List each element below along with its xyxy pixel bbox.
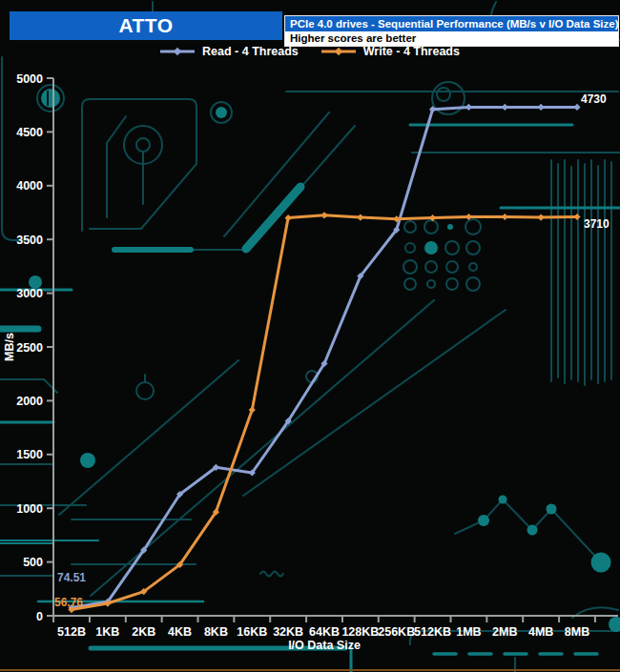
data-point-marker	[357, 214, 363, 220]
legend-marker-icon	[321, 47, 356, 56]
x-tick-label: 4MB	[528, 625, 553, 639]
chart-subtitle: Higher scores are better	[285, 31, 618, 46]
legend: Read - 4 ThreadsWrite - 4 Threads	[0, 45, 620, 58]
x-tick-label: 2KB	[132, 625, 155, 639]
x-tick-label: 16KB	[237, 625, 267, 639]
legend-label: Read - 4 Threads	[202, 45, 299, 58]
y-tick-label: 2500	[16, 341, 43, 355]
data-point-marker	[538, 214, 545, 220]
x-tick-label: 8MB	[565, 625, 589, 639]
data-point-marker	[465, 214, 472, 220]
data-point-marker	[429, 106, 436, 112]
y-tick-label: 2000	[16, 395, 43, 408]
data-point-marker	[573, 214, 580, 220]
x-tick-label: 256KB	[378, 625, 415, 639]
data-point-marker	[285, 214, 292, 221]
x-tick-label: 4KB	[168, 625, 192, 639]
chart-title-box: PCIe 4.0 drives - Sequential Performance…	[284, 15, 619, 47]
data-label: 4730	[581, 92, 607, 106]
benchmark-name-box: ATTO	[10, 11, 282, 40]
x-tick-label: 512B	[57, 625, 86, 639]
data-point-marker	[429, 214, 436, 221]
benchmark-name: ATTO	[118, 14, 173, 37]
data-point-marker	[465, 104, 472, 111]
y-tick-label: 5000	[16, 72, 43, 86]
x-tick-label: 64KB	[309, 625, 340, 639]
y-tick-label: 4500	[16, 126, 43, 139]
chart-svg: 0500100015002000250030003500400045005000…	[0, 0, 620, 672]
y-tick-label: 1500	[16, 448, 43, 461]
data-point-marker	[573, 104, 580, 111]
y-tick-label: 1000	[16, 502, 43, 516]
y-tick-label: 4000	[16, 179, 43, 193]
x-tick-label: 2MB	[492, 625, 517, 639]
x-tick-label: 1MB	[456, 625, 481, 639]
legend-item-write: Write - 4 Threads	[321, 45, 460, 58]
x-tick-label: 512KB	[414, 625, 451, 639]
axes	[53, 78, 618, 616]
y-axis-title: MB/s	[3, 333, 16, 361]
data-point-marker	[538, 104, 545, 111]
series-line-write	[72, 215, 577, 610]
chart-title: PCIe 4.0 drives - Sequential Performance…	[285, 16, 618, 31]
x-tick-label: 1KB	[95, 625, 119, 639]
y-tick-label: 3500	[16, 234, 43, 247]
atto-benchmark-chart: ATTO PCIe 4.0 drives - Sequential Perfor…	[0, 0, 620, 672]
y-tick-label: 500	[23, 556, 43, 569]
y-tick-label: 0	[36, 610, 43, 623]
legend-marker-icon	[160, 47, 195, 56]
data-point-marker	[320, 212, 327, 218]
data-point-marker	[502, 104, 508, 111]
data-point-marker	[502, 214, 508, 220]
data-point-marker	[249, 406, 256, 413]
x-tick-label: 128KB	[341, 625, 379, 639]
y-tick-label: 3000	[16, 287, 43, 300]
data-label: 56.76	[54, 596, 83, 609]
x-axis-title: I/O Data Size	[288, 639, 361, 652]
x-tick-label: 8KB	[204, 625, 228, 639]
legend-label: Write - 4 Threads	[363, 45, 460, 58]
data-label: 3710	[584, 217, 610, 231]
data-label: 74.51	[57, 571, 86, 584]
series-line-read	[72, 108, 577, 608]
legend-item-read: Read - 4 Threads	[160, 45, 299, 58]
x-tick-label: 32KB	[273, 625, 303, 639]
